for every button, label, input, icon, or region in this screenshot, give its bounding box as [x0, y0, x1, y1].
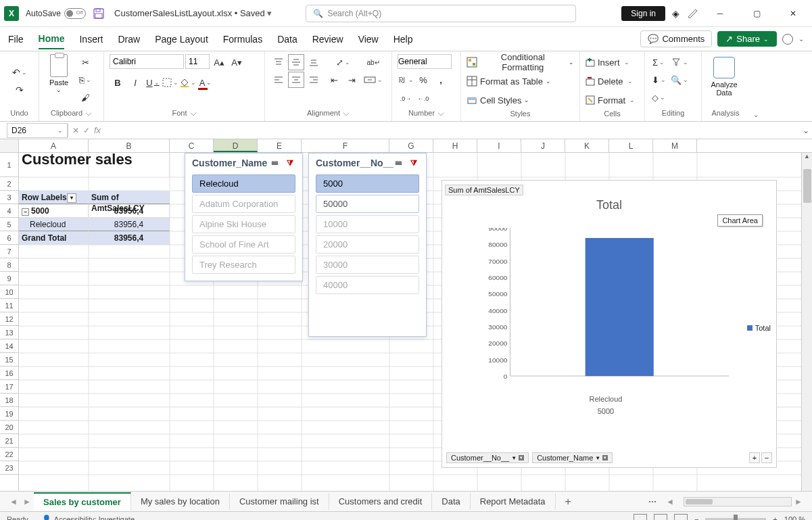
- accounting-format-button[interactable]: ₪: [398, 72, 414, 88]
- col-header-G[interactable]: G: [389, 139, 433, 152]
- pivot-row-relecloud[interactable]: Relecloud: [19, 218, 89, 231]
- row-header-13[interactable]: 13: [0, 326, 18, 339]
- close-button[interactable]: ✕: [778, 3, 808, 24]
- zoom-in-button[interactable]: +: [773, 515, 777, 521]
- row-header-9[interactable]: 9: [0, 272, 18, 285]
- sheet-tab[interactable]: My sales by location: [131, 493, 230, 510]
- percent-button[interactable]: %: [415, 72, 431, 88]
- row-header-10[interactable]: 10: [0, 285, 18, 299]
- merge-center-button[interactable]: [364, 72, 383, 88]
- row-header-7[interactable]: 7: [0, 245, 18, 258]
- row-header-19[interactable]: 19: [0, 407, 18, 421]
- minimize-button[interactable]: ─: [705, 3, 735, 24]
- font-name-select[interactable]: [110, 54, 184, 69]
- row-header-5[interactable]: 5: [0, 218, 18, 231]
- sheet-tab[interactable]: Report Metadata: [471, 493, 556, 510]
- font-dialog-launcher[interactable]: [190, 110, 195, 116]
- sign-in-button[interactable]: Sign in: [621, 6, 665, 21]
- format-painter-button[interactable]: [77, 89, 93, 105]
- slicer-item[interactable]: School of Fine Art: [192, 235, 295, 254]
- row-header-23[interactable]: 23: [0, 461, 18, 475]
- pivot-val-5000[interactable]: 83956,4: [89, 204, 170, 218]
- insert-cells-button[interactable]: Insert: [586, 54, 629, 70]
- number-dialog-launcher[interactable]: [438, 110, 444, 116]
- row-header-11[interactable]: 11: [0, 299, 18, 312]
- wrap-text-button[interactable]: ab↵: [364, 54, 383, 70]
- tab-review[interactable]: Review: [312, 30, 343, 49]
- cancel-formula-icon[interactable]: ✕: [72, 126, 79, 135]
- chart-collapse-button[interactable]: −: [761, 452, 772, 463]
- align-center-button[interactable]: [288, 72, 304, 88]
- undo-button[interactable]: ↶: [11, 64, 28, 80]
- row-header-20[interactable]: 20: [0, 421, 18, 434]
- chart-legend[interactable]: Total: [747, 324, 771, 332]
- diamond-icon[interactable]: ◈: [672, 8, 679, 19]
- scroll-right-button[interactable]: ►: [792, 497, 805, 506]
- alignment-dialog-launcher[interactable]: [343, 110, 349, 116]
- ribbon-display-options[interactable]: ⌄: [798, 35, 804, 43]
- prev-sheet-button[interactable]: ◄: [7, 497, 20, 506]
- tab-home[interactable]: Home: [39, 29, 65, 49]
- row-header-2[interactable]: 2: [0, 177, 18, 191]
- zoom-out-button[interactable]: −: [694, 515, 698, 521]
- format-as-table-button[interactable]: Format as Table⌄: [467, 73, 551, 89]
- slicer-item[interactable]: Adatum Corporation: [192, 195, 295, 213]
- slicer-item[interactable]: Alpine Ski House: [192, 215, 295, 233]
- cell-styles-button[interactable]: Cell Styles⌄: [467, 92, 529, 108]
- cells-grid[interactable]: Customer sales Row Labels Sum of AmtSale…: [19, 153, 812, 491]
- chart-plot-area[interactable]: 9000080000700006000050000400003000020000…: [483, 228, 729, 389]
- italic-button[interactable]: I: [127, 74, 143, 91]
- increase-indent-button[interactable]: ⇥: [343, 72, 360, 88]
- row-header-21[interactable]: 21: [0, 434, 18, 448]
- chart-bar[interactable]: [586, 238, 654, 376]
- add-sheet-button[interactable]: +: [556, 496, 581, 508]
- autosave-toggle[interactable]: AutoSave Off: [26, 8, 86, 19]
- delete-cells-button[interactable]: Delete: [586, 73, 633, 89]
- chart-title[interactable]: Total: [442, 198, 776, 212]
- horizontal-scrollbar[interactable]: [684, 497, 792, 506]
- fill-color-button[interactable]: [180, 74, 196, 91]
- slicer-item[interactable]: 5000: [316, 174, 419, 193]
- col-header-J[interactable]: J: [521, 139, 565, 152]
- chart-filter-customer-name[interactable]: Customer_Name▼: [532, 452, 613, 463]
- search-box[interactable]: 🔍 Search (Alt+Q): [306, 5, 576, 22]
- vertical-scrollbar[interactable]: ▲: [801, 153, 812, 491]
- clear-filter-icon[interactable]: ⧩: [285, 158, 295, 168]
- decrease-indent-button[interactable]: ⇤: [326, 72, 342, 88]
- bold-button[interactable]: B: [110, 74, 126, 91]
- row-header-22[interactable]: 22: [0, 448, 18, 461]
- paste-button[interactable]: Paste ⌄: [45, 54, 73, 99]
- page-break-view-button[interactable]: [674, 514, 688, 521]
- share-button[interactable]: ↗ Share ⌄: [717, 31, 777, 47]
- pivot-chart[interactable]: Sum of AmtSalesLCY Total Chart Area 9000…: [441, 180, 777, 468]
- tab-file[interactable]: File: [8, 30, 24, 49]
- decrease-decimal-button[interactable]: ←.0: [415, 91, 431, 107]
- zoom-level[interactable]: 100 %: [784, 515, 805, 521]
- enter-formula-icon[interactable]: ✓: [83, 126, 90, 135]
- name-box[interactable]: D26 ⌄: [7, 123, 68, 138]
- fill-button[interactable]: ⬇: [650, 72, 667, 88]
- sheet-tabs-more[interactable]: ⋯: [642, 497, 663, 506]
- slicer-item[interactable]: Trey Research: [192, 256, 295, 274]
- copy-button[interactable]: [77, 72, 93, 88]
- tab-formulas[interactable]: Formulas: [223, 30, 262, 49]
- row-header-3[interactable]: 3: [0, 191, 18, 204]
- row-header-6[interactable]: 6: [0, 231, 18, 245]
- document-title[interactable]: CustomerSalesListLayout.xlsx • Saved ▾: [114, 8, 272, 18]
- formula-input[interactable]: [108, 123, 800, 138]
- save-icon[interactable]: [93, 7, 105, 20]
- clear-filter-icon[interactable]: ⧩: [408, 158, 419, 168]
- slicer-item[interactable]: 30000: [316, 256, 419, 274]
- row-header-8[interactable]: 8: [0, 258, 18, 272]
- slicer-item[interactable]: 20000: [316, 235, 419, 254]
- select-all-corner[interactable]: [0, 139, 19, 152]
- col-header-C[interactable]: C: [170, 139, 214, 152]
- sheet-tab[interactable]: Sales by customer: [34, 492, 131, 511]
- multi-select-icon[interactable]: ⩸: [393, 158, 404, 168]
- row-header-4[interactable]: 4: [0, 204, 18, 218]
- row-header-16[interactable]: 16: [0, 367, 18, 380]
- decrease-font-button[interactable]: A▾: [229, 54, 245, 70]
- sheet-tab[interactable]: Customer mailing ist: [230, 493, 329, 510]
- tab-data[interactable]: Data: [277, 30, 297, 49]
- row-header-1[interactable]: 1: [0, 153, 18, 177]
